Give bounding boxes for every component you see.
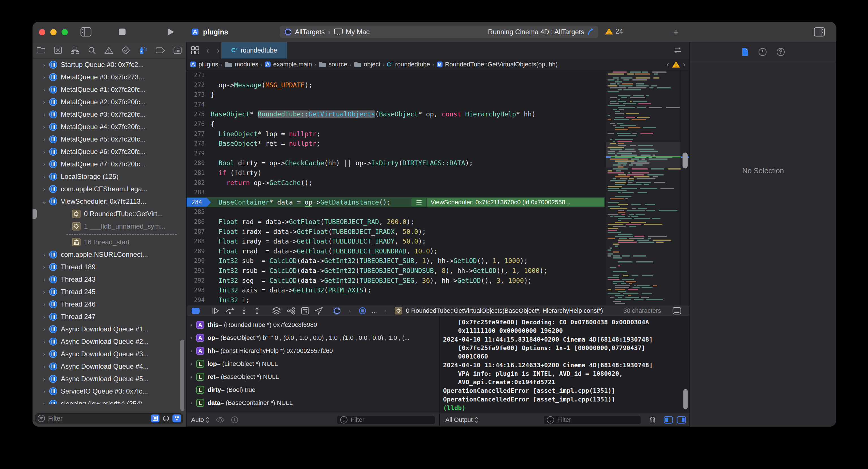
code-line-current[interactable]: 284 BaseContainer* data = op->GetDataIns… (187, 197, 605, 207)
view-process-by-thread-toggle[interactable] (162, 414, 170, 423)
code-line[interactable]: 279 (187, 148, 605, 158)
chevron-right-icon[interactable]: › (40, 148, 48, 155)
code-line[interactable]: 271 (187, 70, 605, 80)
editor-scrollbar-thumb[interactable] (683, 153, 688, 168)
scheme-status-bar[interactable]: AllTargets › My Mac Running Cinema 4D : … (280, 26, 598, 38)
chevron-right-icon[interactable]: › (40, 351, 48, 358)
code-line[interactable]: 293 Int32 axis = data->GetInt32(PRIM_AXI… (187, 286, 605, 295)
code-line[interactable]: 274 (187, 99, 605, 109)
code-line[interactable]: 275BaseObject* RoundedTube::GetVirtualOb… (187, 109, 605, 119)
thread-list-item[interactable]: ›Thread 243 (32, 273, 186, 286)
console-output[interactable]: [0x7fc25fa9fe00] Decoding: C0 0x07800438… (440, 316, 689, 413)
code-line[interactable]: 283 (187, 188, 605, 198)
code-line[interactable]: 292 Int32 seg = CalcLOD(data->GetInt32(T… (187, 275, 605, 286)
add-tab-button[interactable]: + (670, 26, 682, 38)
variable-row[interactable]: ›Llop = (LineObject *) NULL (187, 358, 439, 370)
console-filter-input[interactable] (557, 416, 638, 424)
variable-row[interactable]: ›Lret = (BaseObject *) NULL (187, 370, 439, 383)
code-line[interactable]: 287 Float iradx = data->GetFloat(TUBEOBJ… (187, 227, 605, 236)
report-navigator-icon[interactable] (173, 46, 182, 54)
hide-debug-area-icon[interactable] (191, 307, 200, 314)
annotation-menu-icon[interactable] (411, 198, 426, 206)
breakpoint-navigator-icon[interactable] (155, 47, 165, 54)
chevron-right-icon[interactable]: › (187, 322, 196, 328)
thread-list-item[interactable]: ⌄ViewScheduler: 0x7fc2113... (32, 195, 186, 208)
breadcrumb-item[interactable]: object (354, 61, 380, 68)
toggle-navigator-icon[interactable] (80, 26, 92, 38)
file-inspector-icon[interactable] (741, 48, 749, 56)
environment-overrides-icon[interactable] (301, 307, 309, 315)
code-line[interactable]: 289 Float rrad = data->GetFloat(TUBEOBJE… (187, 246, 605, 256)
breadcrumb-item[interactable]: example.main (265, 61, 312, 68)
console-scrollbar-thumb[interactable] (683, 389, 688, 409)
debugger-annotation[interactable]: ViewScheduler: 0x7fc2113670c0 (ld 0x7000… (411, 198, 604, 206)
chevron-right-icon[interactable]: › (187, 348, 196, 354)
chevron-right-icon[interactable]: › (40, 326, 48, 333)
thread-list-item[interactable]: 1 ___lldb_unnamed_sym... (32, 220, 186, 233)
instruction-pointer-badge[interactable]: 284 (187, 198, 211, 206)
editor-scrollbar[interactable] (681, 70, 689, 305)
line-number[interactable]: 274 (187, 101, 205, 108)
chevron-right-icon[interactable]: › (187, 374, 196, 380)
chevron-right-icon[interactable]: › (40, 62, 48, 68)
variables-scope-dropdown[interactable]: Auto (191, 416, 210, 424)
clear-console-icon[interactable] (649, 416, 656, 424)
thread-list-item[interactable]: ›Thread 245 (32, 286, 186, 298)
chevron-right-icon[interactable]: › (40, 313, 48, 320)
toggle-console-view-icon[interactable] (677, 416, 686, 424)
chevron-right-icon[interactable]: › (40, 111, 48, 118)
console-scope-dropdown[interactable]: All Output (445, 416, 478, 424)
debug-navigator-icon[interactable] (138, 46, 147, 55)
toggle-variables-view-icon[interactable] (663, 416, 673, 424)
chevron-right-icon[interactable]: › (40, 74, 48, 80)
code-line[interactable]: 291 Int32 rsub = CalcLOD(data->GetInt32(… (187, 266, 605, 276)
run-button[interactable] (165, 26, 177, 38)
zoom-window-button[interactable] (62, 29, 68, 35)
step-over-icon[interactable] (225, 307, 235, 314)
chevron-right-icon[interactable]: › (187, 361, 196, 367)
tab-roundedtube[interactable]: C+ roundedtube (221, 42, 287, 59)
chevron-right-icon[interactable]: › (40, 363, 48, 370)
source-control-icon[interactable] (54, 46, 62, 54)
line-number[interactable]: 278 (187, 140, 205, 147)
line-number[interactable]: 293 (187, 287, 205, 294)
variables-filter-input[interactable] (350, 416, 432, 424)
variable-row[interactable]: ›Ldata = (BaseContainer *) NULL (187, 396, 439, 409)
breadcrumb-item[interactable]: C+roundedtube (387, 61, 430, 68)
chevron-right-icon[interactable]: › (40, 124, 48, 130)
breadcrumb-item[interactable]: source (318, 61, 347, 68)
thread-list-item[interactable]: ›MetalQueue #4: 0x7fc20fc... (32, 121, 186, 133)
code-line[interactable]: 290 Int32 sub = CalcLOD(data->GetInt32(T… (187, 256, 605, 266)
quick-look-icon[interactable] (216, 417, 225, 423)
show-breakpoints-toggle[interactable] (151, 414, 159, 423)
swap-editors-icon[interactable] (672, 46, 684, 54)
toggle-inspector-icon[interactable] (813, 26, 825, 38)
line-number[interactable]: 276 (187, 121, 205, 127)
line-number[interactable]: 283 (187, 189, 205, 196)
variables-view[interactable]: ›Athis = (RoundedTube *) 0x7fc20c8f6980›… (187, 316, 440, 413)
line-number[interactable]: 288 (187, 238, 205, 245)
thread-list-item[interactable]: ›MetalQueue #7: 0x7fc20fc... (32, 158, 186, 170)
thread-list-item[interactable]: ›ServiceIO Queue #3: 0x7fc... (32, 385, 186, 398)
thread-list-item[interactable]: ›Async Download Queue #1... (32, 323, 186, 335)
code-line[interactable]: 282 return op->GetCache(); (187, 178, 605, 188)
stop-button[interactable] (116, 26, 128, 38)
line-number[interactable]: 282 (187, 179, 205, 186)
sidebar-scrollbar[interactable] (180, 340, 184, 411)
thread-list-item[interactable]: ›Thread 246 (32, 298, 186, 310)
breadcrumb-item[interactable]: plugins (190, 61, 218, 68)
line-number[interactable]: 292 (187, 277, 205, 284)
thread-list-item[interactable]: ›MetalQueue #5: 0x7fc20fc... (32, 133, 186, 145)
chevron-right-icon[interactable]: › (40, 99, 48, 105)
line-number[interactable]: 281 (187, 169, 205, 176)
chevron-right-icon[interactable]: › (40, 87, 48, 93)
line-number[interactable]: 291 (187, 267, 205, 274)
thread-list-item[interactable]: ›Startup Queue #0: 0x7fc2... (32, 59, 186, 71)
line-number[interactable]: 285 (187, 208, 205, 215)
chevron-right-icon[interactable]: › (187, 400, 196, 406)
thread-list-item[interactable]: ›Async Download Queue #3... (32, 348, 186, 360)
code-line[interactable]: 285 (187, 207, 605, 217)
thread-list-item[interactable]: ›MetalQueue #0: 0x7fc273... (32, 71, 186, 83)
thread-list-item[interactable]: ›Async Download Queue #2... (32, 335, 186, 348)
chevron-down-icon[interactable]: ⌄ (40, 200, 48, 203)
